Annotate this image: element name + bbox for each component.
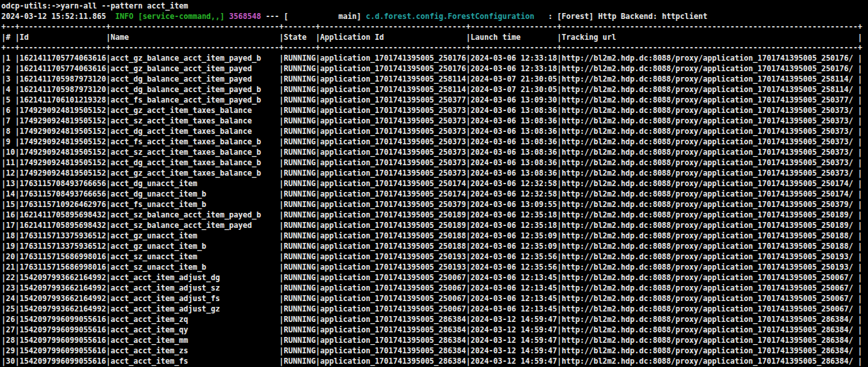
table-row-border-end: |: [858, 231, 862, 240]
table-row: |24|1542097993662164992|acct_acct_item_a…: [1, 293, 868, 304]
table-row-fields: |23|1542097993662164992|acct_acct_item_a…: [1, 283, 562, 293]
table-row: |15|1763115710926462976|acct_fs_unacct_i…: [1, 199, 868, 210]
table-row-border-end: |: [858, 95, 862, 104]
table-row-border-end: |: [858, 74, 862, 84]
table-row: |21|1763115715686998016|acct_sz_unacct_i…: [1, 262, 868, 272]
table-row: |25|1542097993662164992|acct_acct_item_a…: [1, 304, 868, 314]
table-row-fields: |10|1749290924819505152|acct_sz_acct_ite…: [1, 148, 562, 157]
table-row: |10|1749290924819505152|acct_sz_acct_ite…: [1, 147, 868, 157]
table-row: |1 |1621411705774063616|acct_gz_balance_…: [1, 53, 868, 63]
tracking-url-link[interactable]: http://bl2m2.hdp.dc:8088/proxy/applicati…: [562, 325, 858, 334]
tracking-url-link[interactable]: http://bl2m2.hdp.dc:8088/proxy/applicati…: [562, 127, 858, 136]
table-row: |19|1763115713375936512|acct_gz_unacct_i…: [1, 241, 868, 251]
table-row: |16|1621411705895698432|acct_sz_balance_…: [1, 210, 868, 220]
log-line: 2024-03-12 15:52:11.865 INFO [service-co…: [1, 11, 868, 22]
table-row-fields: |9 |1749290924819505152|acct_fs_acct_ite…: [1, 137, 562, 146]
table-row-fields: |3 |1621411705987973120|acct_dg_balance_…: [1, 74, 562, 84]
tracking-url-link[interactable]: http://bl2m2.hdp.dc:8088/proxy/applicati…: [562, 74, 858, 84]
table-row-border-end: |: [858, 179, 862, 188]
table-row: |30|1542097996099055616|acct_acct_item_f…: [1, 356, 868, 366]
tracking-url-link[interactable]: http://bl2m2.hdp.dc:8088/proxy/applicati…: [562, 263, 858, 272]
tracking-url-link[interactable]: http://bl2m2.hdp.dc:8088/proxy/applicati…: [562, 106, 858, 115]
log-timestamp: 2024-03-12 15:52:11.865: [1, 12, 116, 21]
table-row-fields: |22|1542097993662164992|acct_acct_item_a…: [1, 273, 562, 282]
table-row-border-end: |: [858, 252, 862, 261]
tracking-url-link[interactable]: http://bl2m2.hdp.dc:8088/proxy/applicati…: [562, 252, 858, 261]
tracking-url-link[interactable]: http://bl2m2.hdp.dc:8088/proxy/applicati…: [562, 168, 858, 178]
tracking-url-link[interactable]: http://bl2m2.hdp.dc:8088/proxy/applicati…: [562, 336, 858, 345]
tracking-url-link[interactable]: http://bl2m2.hdp.dc:8088/proxy/applicati…: [562, 85, 858, 94]
table-row-fields: |28|1542097996099055616|acct_acct_item_m…: [1, 336, 562, 345]
table-row-border-end: |: [858, 127, 862, 136]
table-header-row: |# |Id |Name |State |Application Id |Lau…: [1, 32, 868, 42]
table-row: |27|1542097996099055616|acct_acct_item_q…: [1, 325, 868, 335]
command-line: odcp-utils:->yarn-all --pattern acct_ite…: [1, 1, 868, 11]
table-row-border-end: |: [858, 294, 862, 303]
tracking-url-link[interactable]: http://bl2m2.hdp.dc:8088/proxy/applicati…: [562, 116, 858, 125]
table-row-border-end: |: [858, 242, 862, 251]
table-row-fields: |19|1763115713375936512|acct_gz_unacct_i…: [1, 242, 562, 251]
table-row-fields: |16|1621411705895698432|acct_sz_balance_…: [1, 210, 562, 219]
table-row-fields: |17|1621411705895698432|acct_sz_balance_…: [1, 221, 562, 230]
tracking-url-link[interactable]: http://bl2m2.hdp.dc:8088/proxy/applicati…: [562, 210, 858, 219]
tracking-url-link[interactable]: http://bl2m2.hdp.dc:8088/proxy/applicati…: [562, 64, 858, 73]
log-logger: c.d.forest.config.ForestConfiguration: [365, 12, 548, 21]
tracking-url-link[interactable]: http://bl2m2.hdp.dc:8088/proxy/applicati…: [562, 231, 858, 240]
tracking-url-link[interactable]: http://bl2m2.hdp.dc:8088/proxy/applicati…: [562, 357, 858, 366]
shell-prompt: odcp-utils:->: [1, 1, 61, 10]
tracking-url-link[interactable]: http://bl2m2.hdp.dc:8088/proxy/applicati…: [562, 283, 858, 293]
table-row-fields: |11|1749290924819505152|acct_dg_acct_ite…: [1, 158, 562, 167]
tracking-url-link[interactable]: http://bl2m2.hdp.dc:8088/proxy/applicati…: [562, 189, 858, 199]
tracking-url-link[interactable]: http://bl2m2.hdp.dc:8088/proxy/applicati…: [562, 137, 858, 146]
table-row-fields: |1 |1621411705774063616|acct_gz_balance_…: [1, 54, 562, 63]
table-row-fields: |4 |1621411705987973120|acct_dg_balance_…: [1, 85, 562, 94]
table-row-fields: |27|1542097996099055616|acct_acct_item_q…: [1, 325, 562, 334]
tracking-url-link[interactable]: http://bl2m2.hdp.dc:8088/proxy/applicati…: [562, 242, 858, 251]
tracking-url-link[interactable]: http://bl2m2.hdp.dc:8088/proxy/applicati…: [562, 95, 858, 104]
tracking-url-link[interactable]: http://bl2m2.hdp.dc:8088/proxy/applicati…: [562, 294, 858, 303]
table-row: |23|1542097993662164992|acct_acct_item_a…: [1, 283, 868, 293]
table-row: |7 |1749290924819505152|acct_sz_acct_ite…: [1, 116, 868, 126]
table-row-fields: |25|1542097993662164992|acct_acct_item_a…: [1, 304, 562, 313]
tracking-url-link[interactable]: http://bl2m2.hdp.dc:8088/proxy/applicati…: [562, 179, 858, 188]
table-row: |2 |1621411705774063616|acct_gz_balance_…: [1, 63, 868, 74]
table-row-border-end: |: [858, 304, 862, 313]
table-row-fields: |14|1763115708493766656|acct_dg_unacct_i…: [1, 189, 562, 199]
table-row-border-end: |: [858, 336, 862, 345]
table-row-border-end: |: [858, 85, 862, 94]
log-spacer: [225, 12, 229, 21]
table-row-border-end: |: [858, 148, 862, 157]
table-row: |17|1621411705895698432|acct_sz_balance_…: [1, 220, 868, 231]
table-row: |13|1763115708493766656|acct_dg_unacct_i…: [1, 178, 868, 189]
table-row: |20|1763115715686998016|acct_sz_unacct_i…: [1, 251, 868, 262]
table-row: |9 |1749290924819505152|acct_fs_acct_ite…: [1, 136, 868, 147]
table-row-border-end: |: [858, 189, 862, 199]
table-row: |4 |1621411705987973120|acct_dg_balance_…: [1, 84, 868, 95]
table-row-fields: |29|1542097996099055616|acct_acct_item_z…: [1, 346, 562, 355]
tracking-url-link[interactable]: http://bl2m2.hdp.dc:8088/proxy/applicati…: [562, 158, 858, 167]
tracking-url-link[interactable]: http://bl2m2.hdp.dc:8088/proxy/applicati…: [562, 148, 858, 157]
terminal-window[interactable]: odcp-utils:->yarn-all --pattern acct_ite…: [0, 0, 868, 367]
table-row: |8 |1749290924819505152|acct_dg_acct_ite…: [1, 126, 868, 136]
table-row-border-end: |: [858, 325, 862, 334]
table-row-border-end: |: [858, 106, 862, 115]
log-level-badge: INFO [service-command,,]: [116, 12, 225, 21]
table-row-fields: |26|1542097996099055616|acct_acct_item_z…: [1, 315, 562, 324]
tracking-url-link[interactable]: http://bl2m2.hdp.dc:8088/proxy/applicati…: [562, 273, 858, 282]
table-row-fields: |24|1542097993662164992|acct_acct_item_a…: [1, 294, 562, 303]
table-row: |3 |1621411705987973120|acct_dg_balance_…: [1, 74, 868, 84]
log-pid: 3568548: [229, 12, 261, 21]
table-row: |12|1749290924819505152|acct_gz_acct_ite…: [1, 168, 868, 178]
table-row-fields: |21|1763115715686998016|acct_sz_unacct_i…: [1, 263, 562, 272]
tracking-url-link[interactable]: http://bl2m2.hdp.dc:8088/proxy/applicati…: [562, 54, 858, 63]
tracking-url-link[interactable]: http://bl2m2.hdp.dc:8088/proxy/applicati…: [562, 200, 858, 209]
tracking-url-link[interactable]: http://bl2m2.hdp.dc:8088/proxy/applicati…: [562, 221, 858, 230]
table-row: |6 |1749290924819505152|acct_gz_acct_ite…: [1, 105, 868, 116]
tracking-url-link[interactable]: http://bl2m2.hdp.dc:8088/proxy/applicati…: [562, 315, 858, 324]
tracking-url-link[interactable]: http://bl2m2.hdp.dc:8088/proxy/applicati…: [562, 304, 858, 313]
table-row-fields: |30|1542097996099055616|acct_acct_item_f…: [1, 357, 562, 366]
table-row-border-end: |: [858, 168, 862, 178]
tracking-url-link[interactable]: http://bl2m2.hdp.dc:8088/proxy/applicati…: [562, 346, 858, 355]
table-row-border-end: |: [858, 210, 862, 219]
table-row: |28|1542097996099055616|acct_acct_item_m…: [1, 335, 868, 345]
